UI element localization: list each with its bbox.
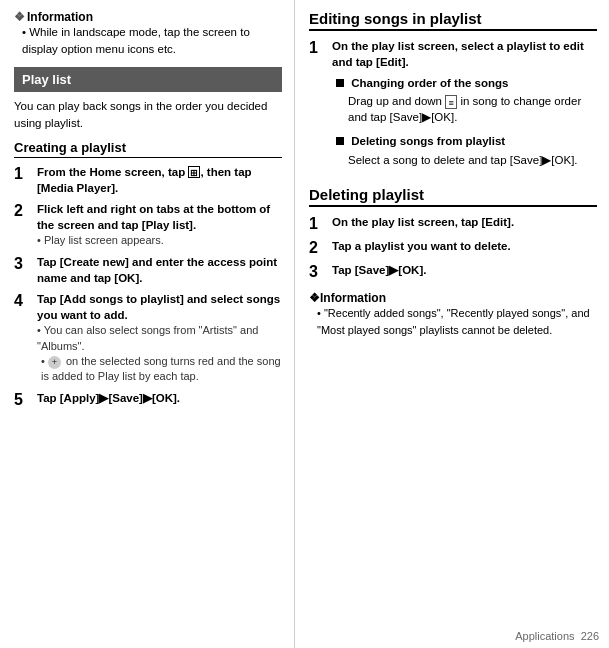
step-num-3: 3 bbox=[14, 254, 32, 286]
info-block-left: ❖Information While in landscape mode, ta… bbox=[14, 10, 282, 59]
step-note-4-2: + on the selected song turns red and the… bbox=[37, 354, 282, 385]
deleting-step-bold-2: Tap a playlist you want to delete. bbox=[332, 240, 511, 252]
info-block-right: ❖Information "Recently added songs", "Re… bbox=[309, 291, 597, 338]
diamond-icon-left: ❖ bbox=[14, 10, 25, 24]
step-bold-5: Tap [Apply]▶[Save]▶[OK]. bbox=[37, 392, 180, 404]
step-4: 4 Tap [Add songs to playlist] and select… bbox=[14, 291, 282, 385]
deleting-step-3: 3 Tap [Save]▶[OK]. bbox=[309, 262, 597, 281]
creating-title: Creating a playlist bbox=[14, 140, 282, 158]
step-bold-1: From the Home screen, tap ⊞, then tap [M… bbox=[37, 166, 252, 194]
editing-steps-list: 1 On the play list screen, select a play… bbox=[309, 38, 597, 176]
square-bullet-2 bbox=[336, 137, 344, 145]
editing-step-1: 1 On the play list screen, select a play… bbox=[309, 38, 597, 176]
playlist-section-header: Play list bbox=[14, 67, 282, 92]
deleting-step-content-3: Tap [Save]▶[OK]. bbox=[332, 262, 597, 281]
step-1: 1 From the Home screen, tap ⊞, then tap … bbox=[14, 164, 282, 196]
deleting-step-num-1: 1 bbox=[309, 214, 327, 233]
deleting-step-bold-1: On the play list screen, tap [Edit]. bbox=[332, 216, 514, 228]
diamond-icon-right: ❖ bbox=[309, 291, 320, 305]
home-icon: ⊞ bbox=[188, 166, 200, 178]
deleting-steps-list: 1 On the play list screen, tap [Edit]. 2… bbox=[309, 214, 597, 282]
sub-block-deleting-songs: Deleting songs from playlist Select a so… bbox=[332, 133, 597, 167]
editing-step-num-1: 1 bbox=[309, 38, 327, 176]
sub-body-changing: Drag up and down ≡ in song to change ord… bbox=[336, 93, 597, 125]
deleting-step-content-1: On the play list screen, tap [Edit]. bbox=[332, 214, 597, 233]
sub-body-deleting-songs: Select a song to delete and tap [Save]▶[… bbox=[336, 152, 597, 168]
editing-step-bold-1: On the play list screen, select a playli… bbox=[332, 40, 584, 68]
deleting-section: Deleting playlist 1 On the play list scr… bbox=[309, 186, 597, 339]
step-num-4: 4 bbox=[14, 291, 32, 385]
step-content-4: Tap [Add songs to playlist] and select s… bbox=[37, 291, 282, 385]
info-title-right: ❖Information bbox=[309, 291, 597, 305]
creating-steps-list: 1 From the Home screen, tap ⊞, then tap … bbox=[14, 164, 282, 409]
sort-icon: ≡ bbox=[445, 95, 457, 109]
footer-page: 226 bbox=[581, 630, 599, 642]
deleting-step-content-2: Tap a playlist you want to delete. bbox=[332, 238, 597, 257]
sub-title-changing: Changing order of the songs bbox=[336, 75, 597, 91]
step-3: 3 Tap [Create new] and enter the access … bbox=[14, 254, 282, 286]
step-note-2-1: Play list screen appears. bbox=[37, 233, 282, 248]
info-title-left: ❖Information bbox=[14, 10, 282, 24]
deleting-step-1: 1 On the play list screen, tap [Edit]. bbox=[309, 214, 597, 233]
step-note-4-1: You can also select songs from "Artists"… bbox=[37, 323, 282, 354]
deleting-title: Deleting playlist bbox=[309, 186, 597, 207]
editing-step-content-1: On the play list screen, select a playli… bbox=[332, 38, 597, 176]
step-num-5: 5 bbox=[14, 390, 32, 409]
step-5: 5 Tap [Apply]▶[Save]▶[OK]. bbox=[14, 390, 282, 409]
info-list-left: While in landscape mode, tap the screen … bbox=[14, 24, 282, 59]
step-content-2: Flick left and right on tabs at the bott… bbox=[37, 201, 282, 249]
info-item-left-1: While in landscape mode, tap the screen … bbox=[22, 24, 282, 59]
step-content-3: Tap [Create new] and enter the access po… bbox=[37, 254, 282, 286]
deleting-step-num-2: 2 bbox=[309, 238, 327, 257]
step-2: 2 Flick left and right on tabs at the bo… bbox=[14, 201, 282, 249]
circle-icon: + bbox=[48, 356, 61, 369]
deleting-step-num-3: 3 bbox=[309, 262, 327, 281]
step-num-2: 2 bbox=[14, 201, 32, 249]
deleting-step-2: 2 Tap a playlist you want to delete. bbox=[309, 238, 597, 257]
step-content-5: Tap [Apply]▶[Save]▶[OK]. bbox=[37, 390, 282, 409]
sub-block-changing-order: Changing order of the songs Drag up and … bbox=[332, 75, 597, 125]
footer: Applications 226 bbox=[515, 630, 599, 642]
editing-title: Editing songs in playlist bbox=[309, 10, 597, 31]
footer-label: Applications bbox=[515, 630, 574, 642]
step-bold-4: Tap [Add songs to playlist] and select s… bbox=[37, 293, 280, 321]
left-column: ❖Information While in landscape mode, ta… bbox=[0, 0, 295, 648]
step-bold-3: Tap [Create new] and enter the access po… bbox=[37, 256, 277, 284]
deleting-step-bold-3: Tap [Save]▶[OK]. bbox=[332, 264, 426, 276]
step-content-1: From the Home screen, tap ⊞, then tap [M… bbox=[37, 164, 282, 196]
right-column: Editing songs in playlist 1 On the play … bbox=[295, 0, 609, 648]
info-item-right-1: "Recently added songs", "Recently played… bbox=[317, 305, 597, 338]
sub-title-deleting-songs: Deleting songs from playlist bbox=[336, 133, 597, 149]
playlist-intro: You can play back songs in the order you… bbox=[14, 98, 282, 133]
step-bold-2: Flick left and right on tabs at the bott… bbox=[37, 203, 270, 231]
info-list-right: "Recently added songs", "Recently played… bbox=[309, 305, 597, 338]
square-bullet-1 bbox=[336, 79, 344, 87]
step-num-1: 1 bbox=[14, 164, 32, 196]
